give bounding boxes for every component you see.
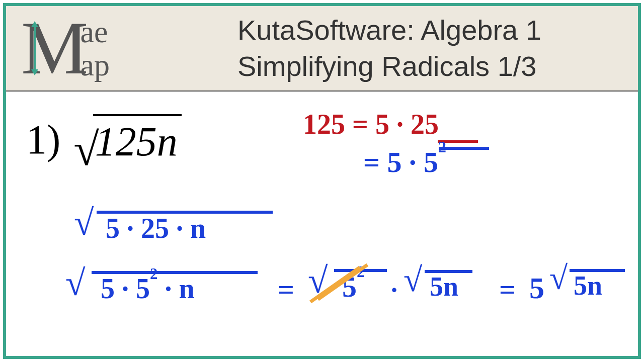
equals-mid: = (278, 273, 294, 306)
radical-icon-a: √ (74, 202, 94, 244)
sqrt-icon: √ 125n (73, 114, 182, 165)
title-line-2: Simplifying Radicals 1/3 (237, 48, 633, 84)
factorization-line2: = 5 · 52 (363, 145, 446, 179)
logo-top-text: ae (80, 15, 110, 48)
problem-radicand: 125n (93, 114, 182, 165)
final-radicand: 5n (574, 270, 602, 301)
logo-m-icon: M (21, 15, 84, 80)
radical-icon-d: √ (404, 260, 422, 300)
bar-over-5sq (439, 147, 489, 150)
factorization-line1: 125 = 5 · 25 (303, 108, 439, 140)
problem-number: 1) (26, 116, 60, 163)
work-area: 1) √ 125n 125 = 5 · 25 = 5 · 52 √ 5 · 25… (16, 99, 628, 346)
slide-title: KutaSoftware: Algebra 1 Simplifying Radi… (237, 6, 638, 90)
slide-header: M ae ap KutaSoftware: Algebra 1 Simplify… (6, 6, 638, 92)
radicand-a: 5 · 25 · n (106, 212, 206, 244)
radical-icon-e: √ (549, 259, 568, 297)
problem-1: 1) √ 125n (26, 114, 182, 165)
equals-right: = (499, 273, 516, 306)
logo-area: M ae ap (6, 6, 237, 90)
logo-bottom-text: ap (80, 48, 110, 81)
mid-dot: · (391, 275, 397, 305)
title-line-1: KutaSoftware: Algebra 1 (237, 12, 633, 48)
radicand-d: 5n (430, 271, 458, 302)
final-coef: 5 (529, 271, 544, 306)
radical-icon-b: √ (65, 262, 86, 304)
slide-frame: M ae ap KutaSoftware: Algebra 1 Simplify… (3, 3, 641, 359)
radicand-b: 5 · 52 · n (101, 273, 195, 305)
maemap-logo: M ae ap (21, 15, 110, 81)
